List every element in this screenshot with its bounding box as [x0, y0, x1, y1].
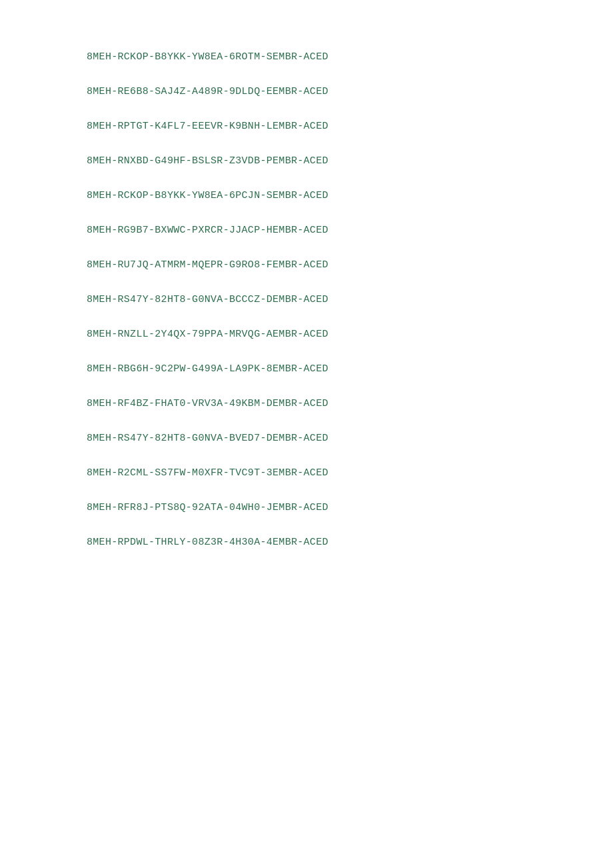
list-item: 8MEH-RFR8J-PTS8Q-92ATA-04WH0-JEMBR-ACED	[87, 491, 526, 525]
list-item: 8MEH-RS47Y-82HT8-G0NVA-BVED7-DEMBR-ACED	[87, 421, 526, 456]
list-item: 8MEH-RPDWL-THRLY-08Z3R-4H30A-4EMBR-ACED	[87, 525, 526, 560]
list-item: 8MEH-RNXBD-G49HF-BSLSR-Z3VDB-PEMBR-ACED	[87, 144, 526, 179]
list-item: 8MEH-RF4BZ-FHAT0-VRV3A-49KBM-DEMBR-ACED	[87, 387, 526, 421]
list-item: 8MEH-RU7JQ-ATMRM-MQEPR-G9RO8-FEMBR-ACED	[87, 248, 526, 283]
key-list: 8MEH-RCKOP-B8YKK-YW8EA-6ROTM-SEMBR-ACED8…	[87, 40, 526, 560]
list-item: 8MEH-R2CML-SS7FW-M0XFR-TVC9T-3EMBR-ACED	[87, 456, 526, 491]
list-item: 8MEH-RS47Y-82HT8-G0NVA-BCCCZ-DEMBR-ACED	[87, 283, 526, 317]
list-item: 8MEH-RNZLL-2Y4QX-79PPA-MRVQG-AEMBR-ACED	[87, 317, 526, 352]
list-item: 8MEH-RPTGT-K4FL7-EEEVR-K9BNH-LEMBR-ACED	[87, 109, 526, 144]
list-item: 8MEH-RCKOP-B8YKK-YW8EA-6PCJN-SEMBR-ACED	[87, 179, 526, 213]
list-item: 8MEH-RG9B7-BXWWC-PXRCR-JJACP-HEMBR-ACED	[87, 213, 526, 248]
list-item: 8MEH-RBG6H-9C2PW-G499A-LA9PK-8EMBR-ACED	[87, 352, 526, 387]
list-item: 8MEH-RE6B8-SAJ4Z-A489R-9DLDQ-EEMBR-ACED	[87, 75, 526, 109]
list-item: 8MEH-RCKOP-B8YKK-YW8EA-6ROTM-SEMBR-ACED	[87, 40, 526, 75]
